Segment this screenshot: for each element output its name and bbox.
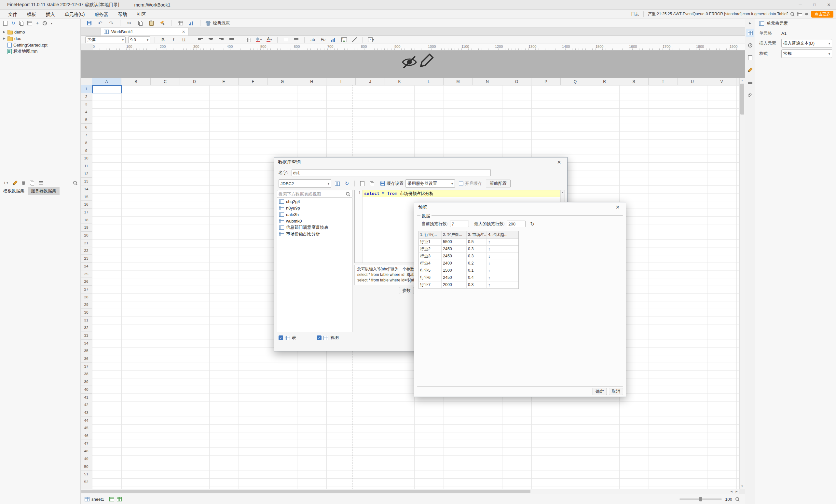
select-all-corner[interactable] <box>81 78 92 85</box>
scroll-right-icon[interactable]: ▶ <box>734 489 739 494</box>
cut-button[interactable]: ✂ <box>125 20 133 27</box>
db-table-item[interactable]: 信息部门满意度反馈表 <box>277 224 352 231</box>
column-header[interactable]: E <box>209 78 239 85</box>
column-header[interactable]: Q <box>561 78 590 85</box>
sheet-grid-icon[interactable] <box>109 497 114 501</box>
row-header[interactable]: 51 <box>81 470 92 478</box>
vertical-scrollbar[interactable]: ▲ ▼ <box>739 78 745 489</box>
menu-template[interactable]: 模板 <box>22 10 41 19</box>
preview-table-row[interactable]: 行业324500.3↓ <box>419 253 518 260</box>
refresh-icon[interactable]: ↻ <box>530 221 534 227</box>
bell-icon[interactable] <box>805 12 809 16</box>
scroll-up-icon[interactable]: ▲ <box>740 78 744 83</box>
row-header[interactable]: 4 <box>81 108 92 116</box>
copy-button[interactable] <box>136 20 144 27</box>
db-table-item[interactable]: n8yu9p <box>277 205 352 211</box>
column-header[interactable]: C <box>151 78 180 85</box>
row-header[interactable]: 43 <box>81 409 92 417</box>
column-header[interactable]: P <box>531 78 561 85</box>
row-header[interactable]: 14 <box>81 186 92 193</box>
row-header[interactable]: 37 <box>81 363 92 371</box>
row-header[interactable]: 3 <box>81 100 92 108</box>
align-left-button[interactable] <box>196 36 204 43</box>
tree-item-demo[interactable]: ▶ demo <box>0 28 80 35</box>
add-icon[interactable]: + <box>36 20 39 26</box>
row-header[interactable]: 12 <box>81 170 92 178</box>
column-header[interactable]: T <box>649 78 678 85</box>
preview-close-icon[interactable]: ✕ <box>613 204 622 210</box>
blank-page-tab[interactable] <box>746 53 754 62</box>
row-header[interactable]: 8 <box>81 139 92 147</box>
row-header[interactable]: 17 <box>81 209 92 216</box>
table-view-button[interactable] <box>333 180 341 187</box>
row-header[interactable]: 26 <box>81 278 92 286</box>
collapse-panel-icon[interactable]: ▶ <box>749 21 752 25</box>
format-select[interactable]: 常规 ▾ <box>781 50 832 58</box>
row-header[interactable]: 46 <box>81 432 92 440</box>
row-header[interactable]: 47 <box>81 440 92 448</box>
document-tab-workbook1[interactable]: WorkBook1 ✕ <box>100 28 189 36</box>
undo-button[interactable]: ↶ <box>96 20 104 27</box>
row-header[interactable]: 49 <box>81 455 92 463</box>
row-header[interactable]: 11 <box>81 162 92 170</box>
paste-button[interactable] <box>147 20 155 27</box>
theme-button[interactable]: 经典浅灰 <box>205 20 230 26</box>
params-button[interactable]: 参数 <box>399 287 414 294</box>
scroll-down-icon[interactable]: ▼ <box>740 484 744 489</box>
row-header[interactable]: 27 <box>81 286 92 293</box>
align-center-button[interactable] <box>207 36 215 43</box>
borders-button[interactable] <box>282 36 290 43</box>
image-button[interactable] <box>340 36 348 43</box>
redo-button[interactable]: ↷ <box>108 20 115 27</box>
delete-dataset-icon[interactable] <box>22 181 25 185</box>
row-header[interactable]: 28 <box>81 293 92 301</box>
list-view-icon[interactable] <box>39 181 43 185</box>
scroll-left-icon[interactable]: ◀ <box>729 489 734 494</box>
driver-select[interactable]: JDBC2 ▾ <box>279 179 331 188</box>
maximize-button[interactable]: □ <box>808 0 822 9</box>
edit-dataset-icon[interactable] <box>13 180 17 185</box>
horizontal-scrollbar[interactable]: ◀ ▶ <box>81 489 739 494</box>
row-header[interactable]: 35 <box>81 347 92 355</box>
column-header[interactable]: I <box>326 78 356 85</box>
new-template-icon[interactable] <box>3 21 7 26</box>
sheet-add-icon[interactable] <box>117 497 122 501</box>
slash-line-button[interactable] <box>350 36 358 43</box>
chart-button[interactable] <box>330 36 338 43</box>
tab-close-icon[interactable]: ✕ <box>182 30 185 34</box>
new-query-button[interactable] <box>358 180 366 187</box>
cache-mode-select[interactable]: 采用服务器设置 ▾ <box>405 179 455 188</box>
row-header[interactable]: 10 <box>81 155 92 162</box>
row-header[interactable]: 9 <box>81 147 92 155</box>
column-header[interactable]: L <box>414 78 443 85</box>
row-header[interactable]: 48 <box>81 447 92 455</box>
font-size-select[interactable]: 9.0 ▾ <box>128 36 150 43</box>
insert-chart-button[interactable] <box>187 20 195 27</box>
column-header[interactable]: N <box>473 78 502 85</box>
row-header[interactable]: 19 <box>81 224 92 232</box>
zoom-icon[interactable] <box>736 497 740 501</box>
db-table-item[interactable]: chq2g4 <box>277 198 352 205</box>
row-header[interactable]: 52 <box>81 478 92 486</box>
table-icon[interactable] <box>27 21 32 25</box>
menu-cell[interactable]: 单元格(C) <box>60 10 90 19</box>
row-header[interactable]: 1 <box>81 85 92 93</box>
history-icon[interactable] <box>43 21 47 25</box>
column-header[interactable]: V <box>707 78 737 85</box>
row-header[interactable]: 39 <box>81 378 92 386</box>
list-tab[interactable] <box>746 78 754 86</box>
formula-button[interactable]: Fo <box>319 36 327 43</box>
column-header[interactable]: R <box>590 78 619 85</box>
db-dialog-titlebar[interactable]: 数据库查询 ✕ <box>274 157 567 167</box>
preview-table-row[interactable]: 行业515000.1↑ <box>419 267 518 274</box>
preview-table-row[interactable]: 行业155000.5↑ <box>419 238 518 246</box>
current-rows-input[interactable] <box>450 220 469 227</box>
row-header[interactable]: 42 <box>81 401 92 409</box>
search-dataset-icon[interactable] <box>73 181 77 185</box>
row-header[interactable]: 32 <box>81 324 92 332</box>
row-header[interactable]: 20 <box>81 232 92 239</box>
add-dataset-button[interactable]: + ▾ <box>3 180 8 186</box>
scroll-up-icon[interactable]: ▲ <box>560 190 565 195</box>
column-header[interactable]: D <box>180 78 209 85</box>
row-header[interactable]: 5 <box>81 116 92 124</box>
